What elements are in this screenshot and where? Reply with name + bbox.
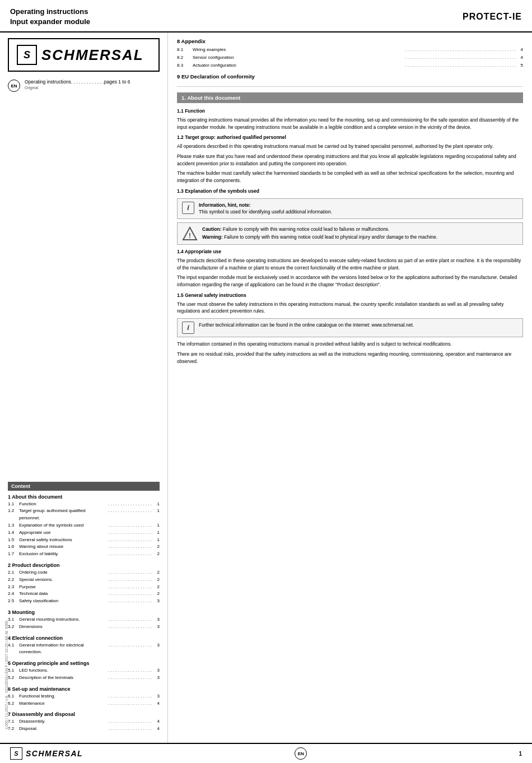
footer-logo: S SCHMERSAL bbox=[10, 747, 83, 760]
toc-entry-page: 3 bbox=[152, 598, 160, 605]
appendix-text: Sensor configuration bbox=[193, 54, 404, 62]
toc-entry: 3.2Dimensions. . . . . . . . . . . . . .… bbox=[8, 624, 160, 631]
toc-section: 5 Operating principle and settings5.1LED… bbox=[8, 660, 160, 682]
watermark: x-000 / 11-2017 / v A · 10118319-I-EN F … bbox=[4, 621, 8, 729]
toc-section-title: 1 About this document bbox=[8, 494, 160, 500]
footer-brand: SCHMERSAL bbox=[26, 749, 83, 758]
toc-entry-dots: . . . . . . . . . . . . . . . . . . . . … bbox=[107, 700, 152, 708]
toc-entry-num: 1.6 bbox=[8, 543, 19, 551]
toc-entry-dots: . . . . . . . . . . . . . . . . . . . . … bbox=[107, 551, 152, 558]
toc-entry-dots: . . . . . . . . . . . . . . . . . . . . … bbox=[107, 501, 152, 508]
header: Operating instructions Input expander mo… bbox=[0, 0, 532, 32]
toc-entry: 7.1Disassembly.. . . . . . . . . . . . .… bbox=[8, 718, 160, 725]
appendix-page: 4 bbox=[516, 46, 523, 54]
appendix-page: 5 bbox=[516, 62, 523, 69]
toc-entry-dots: . . . . . . . . . . . . . . . . . . . . … bbox=[107, 642, 152, 657]
content-header: Content bbox=[8, 482, 160, 491]
toc-entry-page: 2 bbox=[152, 590, 160, 598]
toc-entry: 1.5General safety instructions. . . . . … bbox=[8, 537, 160, 544]
sub4-title: 1.4 Appropriate use bbox=[177, 248, 523, 255]
toc-entry-text: Function bbox=[19, 501, 107, 508]
en-badge-description: Operating instructions. . . . . . . . . … bbox=[25, 78, 130, 90]
appendix-title: 8 Appendix bbox=[177, 38, 523, 44]
sub5-title: 1.5 General safety instructions bbox=[177, 292, 523, 299]
toc-entry-text: Ordering code bbox=[19, 569, 107, 576]
toc-section-title: 6 Set-up and maintenance bbox=[8, 686, 160, 692]
toc-section: 4 Electrical connection4.1General inform… bbox=[8, 635, 160, 657]
appendix-dots: . . . . . . . . . . . . . . . . . . . . … bbox=[404, 46, 516, 54]
toc-entry-page: 4 bbox=[152, 725, 160, 733]
schmersal-logo-text: SCHMERSAL bbox=[41, 46, 144, 64]
toc-section-title: 5 Operating principle and settings bbox=[8, 660, 160, 666]
toc-entry-dots: . . . . . . . . . . . . . . . . . . . . … bbox=[107, 693, 152, 700]
toc-entry-text: Technical data bbox=[19, 590, 107, 598]
info-icon-2: i bbox=[182, 322, 194, 334]
toc-entry-dots: . . . . . . . . . . . . . . . . . . . . … bbox=[107, 543, 152, 551]
appendix-entries: 8.1Wiring examples. . . . . . . . . . . … bbox=[177, 46, 523, 69]
warning-box-text: Caution: Failure to comply with this war… bbox=[202, 226, 437, 241]
toc-entry-dots: . . . . . . . . . . . . . . . . . . . . … bbox=[107, 569, 152, 576]
toc-entry-page: 4 bbox=[152, 700, 160, 708]
toc-entry-text: Purpose bbox=[19, 584, 107, 591]
toc-entry-num: 2.3 bbox=[8, 584, 19, 591]
toc-entry-dots: . . . . . . . . . . . . . . . . . . . . … bbox=[107, 508, 152, 522]
toc-entry-dots: . . . . . . . . . . . . . . . . . . . . … bbox=[107, 616, 152, 624]
toc-entry-num: 7.2 bbox=[8, 725, 19, 733]
toc-entry-page: 3 bbox=[152, 667, 160, 674]
sub5-text2: The information contained in this operat… bbox=[177, 341, 523, 348]
toc-entry-page: 2 bbox=[152, 569, 160, 576]
toc-entry-page: 3 bbox=[152, 674, 160, 682]
info-text: This symbol is used for identifying usef… bbox=[199, 209, 332, 215]
toc-entry-page: 3 bbox=[152, 693, 160, 700]
toc-entry-text: Dimensions bbox=[19, 624, 107, 631]
appendix-num: 8.3 bbox=[177, 62, 193, 69]
toc-section: 7 Disassembly and disposal7.1Disassembly… bbox=[8, 711, 160, 733]
info-box-text: Information, hint, note: This symbol is … bbox=[199, 202, 332, 216]
toc-entry-num: 5.2 bbox=[8, 674, 19, 682]
toc-entry-page: 3 bbox=[152, 616, 160, 624]
toc-entry-text: Exclusion of liability bbox=[19, 551, 107, 558]
product-name: PROTECT-IE bbox=[463, 12, 522, 22]
toc-entry-num: 4.1 bbox=[8, 642, 19, 657]
toc-section: 6 Set-up and maintenance6.1Functional te… bbox=[8, 686, 160, 708]
appendix-entry: 8.2Sensor configuration. . . . . . . . .… bbox=[177, 54, 523, 62]
caution-text: Failure to comply with this warning noti… bbox=[221, 226, 389, 232]
toc-entry-num: 2.2 bbox=[8, 576, 19, 584]
toc-entry: 1.6Warning about misuse. . . . . . . . .… bbox=[8, 543, 160, 551]
toc-entry: 1.4Appropriate use. . . . . . . . . . . … bbox=[8, 529, 160, 537]
toc-entry-page: 3 bbox=[152, 642, 160, 657]
toc-entry-page: 4 bbox=[152, 718, 160, 725]
sub2-title: 1.2 Target group: authorised qualified p… bbox=[177, 134, 523, 141]
toc-entry: 2.4Technical data. . . . . . . . . . . .… bbox=[8, 590, 160, 598]
page: Operating instructions Input expander mo… bbox=[0, 0, 532, 763]
toc-entry-num: 3.1 bbox=[8, 616, 19, 624]
toc-entry-num: 1.1 bbox=[8, 501, 19, 508]
toc-entry-text: Explanation of the symbols used bbox=[19, 522, 107, 529]
toc-section-title: 3 Mounting bbox=[8, 610, 160, 615]
toc-entry-text: LED functions. bbox=[19, 667, 107, 674]
logo-area: S SCHMERSAL bbox=[8, 38, 160, 72]
toc-section: 3 Mounting3.1General mounting instructio… bbox=[8, 610, 160, 631]
toc-entry-num: 2.5 bbox=[8, 598, 19, 605]
title-line1: Operating instructions bbox=[10, 7, 88, 16]
toc-entry-text: Special versions. bbox=[19, 576, 107, 584]
sub4-text2: The input expander module must be exclus… bbox=[177, 274, 523, 289]
footer: S SCHMERSAL EN 1 bbox=[0, 743, 532, 763]
toc-entry: 5.1LED functions.. . . . . . . . . . . .… bbox=[8, 667, 160, 674]
appendix-dots: . . . . . . . . . . . . . . . . . . . . … bbox=[404, 54, 516, 62]
toc-entry-dots: . . . . . . . . . . . . . . . . . . . . … bbox=[107, 725, 152, 733]
toc-entry-text: General safety instructions bbox=[19, 537, 107, 544]
toc-entry-num: 1.7 bbox=[8, 551, 19, 558]
toc-entry-text: Warning about misuse bbox=[19, 543, 107, 551]
footer-logo-icon: S bbox=[10, 747, 22, 760]
toc-entry: 2.5Safety classification. . . . . . . . … bbox=[8, 598, 160, 605]
svg-text:!: ! bbox=[189, 231, 191, 240]
toc-entry-page: 1 bbox=[152, 537, 160, 544]
sub5-text1: The user must observe the safety instruc… bbox=[177, 301, 523, 315]
toc-entry-num: 1.2 bbox=[8, 508, 19, 522]
left-column: S SCHMERSAL EN Operating instructions. .… bbox=[0, 32, 168, 743]
toc-entry-dots: . . . . . . . . . . . . . . . . . . . . … bbox=[107, 584, 152, 591]
caution-bold: Caution: bbox=[202, 226, 221, 232]
toc-entry: 3.1General mounting instructions.. . . .… bbox=[8, 616, 160, 624]
toc-entry-num: 1.4 bbox=[8, 529, 19, 537]
